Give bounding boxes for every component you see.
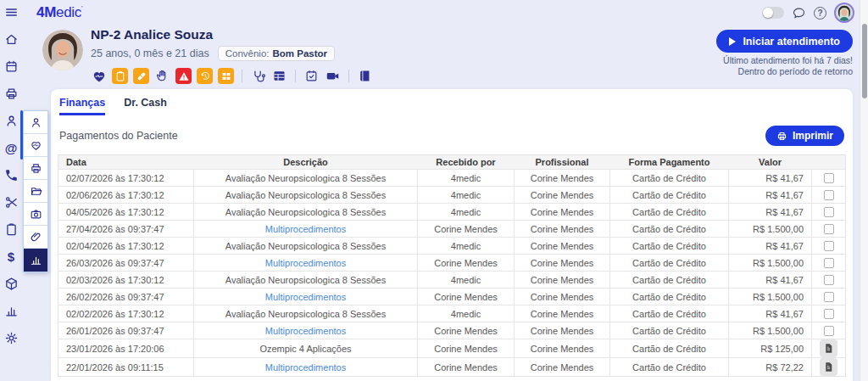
table-row: 02/07/2026 às 17:30:12 Avaliação Neurops…	[58, 170, 846, 187]
patient-icon[interactable]	[4, 114, 19, 128]
cell-payment-method: Cartão de Crédito	[610, 322, 729, 339]
description-link[interactable]: Multiprocedimentos	[194, 289, 418, 305]
submenu-folder[interactable]	[24, 180, 47, 203]
description-link[interactable]: Multiprocedimentos	[194, 221, 418, 238]
cell-description: Avaliação Neuropsicologica 8 Sessões	[194, 187, 418, 204]
cell-date: 26/03/2026 às 09:37:47	[58, 255, 194, 272]
home-icon[interactable]	[4, 32, 19, 47]
submenu-attachments[interactable]	[24, 226, 47, 249]
menu-icon[interactable]	[4, 5, 19, 20]
book-icon[interactable]	[357, 68, 373, 84]
calendar-icon[interactable]	[4, 59, 19, 74]
cell-received-by: 4medic	[418, 170, 515, 187]
cell-action	[812, 238, 846, 255]
cell-received-by: Corine Mendes	[418, 339, 515, 358]
clipboard-icon[interactable]	[4, 222, 19, 237]
table-row: 02/02/2026 às 17:30:12 Avaliação Neurops…	[58, 305, 846, 322]
printer-icon[interactable]	[4, 87, 19, 101]
table-icon[interactable]	[271, 68, 287, 84]
table-row: 02/06/2026 às 17:30:12 Avaliação Neurops…	[58, 187, 846, 204]
tab-dr-cash[interactable]: Dr. Cash	[124, 97, 167, 115]
submenu-print[interactable]	[24, 157, 47, 180]
page-scrollbar[interactable]	[860, 0, 868, 381]
cell-action	[812, 289, 846, 305]
row-checkbox[interactable]	[824, 275, 834, 285]
row-checkbox[interactable]	[824, 224, 834, 234]
cell-payment-method: Cartão de Crédito	[610, 339, 729, 358]
start-attendance-button[interactable]: Iniciar atendimento	[716, 30, 853, 53]
row-checkbox[interactable]	[824, 326, 834, 336]
cell-received-by: Corine Mendes	[418, 322, 515, 339]
cell-description: Avaliação Neuropsicologica 8 Sessões	[194, 272, 418, 289]
row-checkbox[interactable]	[824, 207, 834, 217]
history-icon[interactable]	[197, 68, 213, 84]
submenu-vitals[interactable]	[24, 134, 47, 157]
heart-pulse-icon[interactable]	[91, 68, 107, 84]
play-icon	[729, 37, 736, 46]
tab-financas[interactable]: Finanças	[59, 97, 105, 115]
grid-icon[interactable]	[218, 68, 234, 84]
hand-icon[interactable]	[154, 68, 170, 84]
submenu-profile[interactable]	[24, 111, 47, 134]
cell-description: Avaliação Neuropsicologica 8 Sessões	[194, 238, 418, 255]
mention-icon[interactable]: @	[4, 141, 19, 155]
settings-icon[interactable]	[4, 331, 19, 345]
submenu-finance[interactable]	[24, 249, 47, 272]
print-button[interactable]: Imprimir	[765, 126, 844, 146]
cell-professional: Corine Mendes	[515, 204, 610, 221]
warning-icon[interactable]	[175, 68, 192, 84]
clipboard-action-icon[interactable]	[112, 68, 128, 84]
cell-value: R$ 72,22	[729, 358, 812, 377]
billing-icon[interactable]: $	[4, 249, 19, 264]
divider	[295, 70, 296, 82]
receipt-icon	[823, 361, 834, 373]
help-icon[interactable]: ?	[814, 7, 826, 20]
theme-toggle[interactable]	[762, 7, 784, 19]
row-checkbox[interactable]	[824, 241, 834, 251]
section-title: Pagamentos do Paciente	[59, 130, 178, 142]
video-icon[interactable]	[325, 68, 341, 84]
receipt-button[interactable]	[820, 339, 837, 357]
scrollbar-thumb[interactable]	[862, 24, 867, 98]
stats-icon[interactable]	[4, 304, 19, 318]
patient-age: 25 anos, 0 mês e 21 dias	[91, 48, 209, 59]
row-checkbox[interactable]	[824, 292, 834, 302]
cell-action	[812, 305, 846, 322]
description-link[interactable]: Multiprocedimentos	[194, 322, 418, 339]
patient-name: NP-2 Analice Souza	[91, 27, 373, 42]
calendar-check-icon[interactable]	[303, 68, 320, 84]
table-header-row: Data Descrição Recebido por Profissional…	[58, 155, 846, 170]
cell-professional: Corine Mendes	[515, 358, 610, 377]
cell-value: R$ 1.500,00	[729, 221, 812, 238]
row-checkbox[interactable]	[824, 190, 834, 200]
cell-payment-method: Cartão de Crédito	[610, 305, 729, 322]
cell-action	[812, 272, 846, 289]
cell-received-by: Corine Mendes	[418, 255, 515, 272]
description-link[interactable]: Multiprocedimentos	[194, 358, 418, 377]
row-checkbox[interactable]	[824, 258, 834, 268]
row-checkbox[interactable]	[824, 173, 834, 183]
cell-value: R$ 125,00	[729, 339, 812, 358]
cell-received-by: 4medic	[418, 238, 515, 255]
row-checkbox[interactable]	[824, 309, 834, 319]
description-link[interactable]: Multiprocedimentos	[194, 255, 418, 272]
pill-icon[interactable]	[133, 68, 149, 84]
cell-value: R$ 1.500,00	[729, 322, 812, 339]
cell-professional: Corine Mendes	[515, 305, 610, 322]
cell-professional: Corine Mendes	[515, 170, 610, 187]
package-icon[interactable]	[4, 277, 19, 291]
user-avatar[interactable]	[834, 3, 854, 23]
cell-description: Avaliação Neuropsicologica 8 Sessões	[194, 305, 418, 322]
stethoscope-icon[interactable]	[250, 68, 266, 84]
col-forma-pagamento: Forma Pagamento	[610, 155, 729, 170]
cell-date: 26/02/2026 às 09:37:47	[58, 289, 194, 305]
cell-payment-method: Cartão de Crédito	[610, 272, 729, 289]
submenu-camera[interactable]	[24, 203, 47, 226]
cell-date: 22/01/2026 às 09:11:15	[58, 358, 194, 377]
toggle-knob	[763, 8, 773, 18]
scissors-icon[interactable]	[4, 195, 19, 210]
receipt-button[interactable]	[820, 358, 837, 376]
chat-icon[interactable]	[792, 6, 806, 20]
tab-bar: Finanças Dr. Cash	[51, 89, 853, 115]
phone-icon[interactable]	[4, 168, 19, 182]
